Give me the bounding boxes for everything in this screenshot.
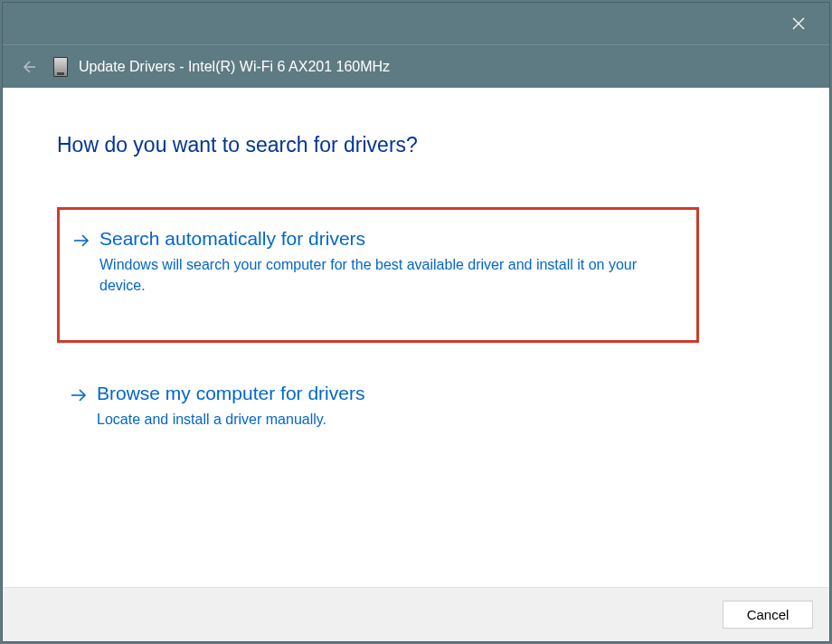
close-button[interactable] xyxy=(784,9,813,38)
option-description: Locate and install a driver manually. xyxy=(97,409,657,430)
option-text: Browse my computer for drivers Locate an… xyxy=(97,381,683,430)
close-icon xyxy=(792,17,805,30)
titlebar-sub: Update Drivers - Intel(R) Wi-Fi 6 AX201 … xyxy=(3,44,829,88)
title-group: Update Drivers - Intel(R) Wi-Fi 6 AX201 … xyxy=(53,57,390,77)
titlebar-top xyxy=(3,3,829,44)
back-arrow-icon xyxy=(20,59,36,75)
arrow-right-icon xyxy=(72,228,90,253)
arrow-right-icon xyxy=(70,383,88,408)
page-heading: How do you want to search for drivers? xyxy=(57,133,775,157)
option-text: Search automatically for drivers Windows… xyxy=(99,226,680,297)
content-area: How do you want to search for drivers? S… xyxy=(3,88,829,587)
dialog-footer: Cancel xyxy=(3,587,829,641)
option-description: Windows will search your computer for th… xyxy=(99,254,660,296)
device-icon xyxy=(53,57,68,77)
cancel-button[interactable]: Cancel xyxy=(723,601,813,629)
option-title: Search automatically for drivers xyxy=(99,226,680,251)
update-drivers-dialog: Update Drivers - Intel(R) Wi-Fi 6 AX201 … xyxy=(2,2,830,642)
window-title: Update Drivers - Intel(R) Wi-Fi 6 AX201 … xyxy=(79,59,390,75)
option-title: Browse my computer for drivers xyxy=(97,381,683,405)
option-search-automatically[interactable]: Search automatically for drivers Windows… xyxy=(57,207,699,343)
option-browse-computer[interactable]: Browse my computer for drivers Locate an… xyxy=(57,368,699,451)
back-button xyxy=(17,56,39,78)
